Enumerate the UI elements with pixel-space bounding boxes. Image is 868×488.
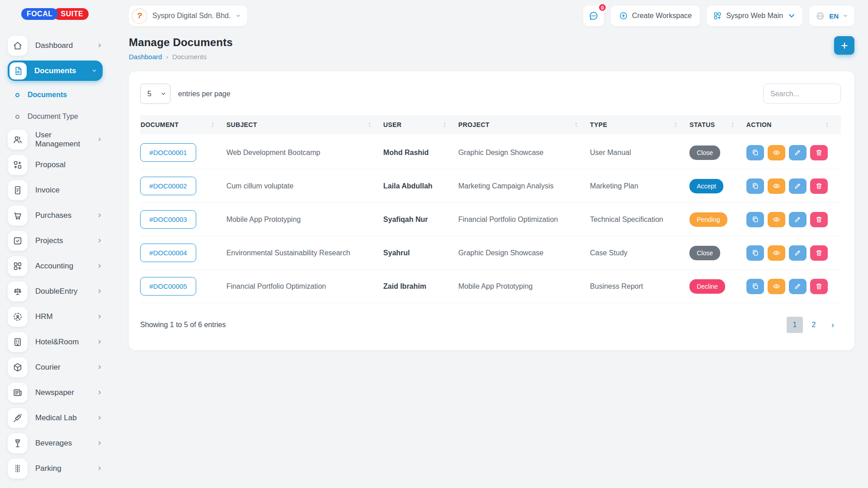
- sidebar-item-documents[interactable]: Documents: [8, 61, 103, 81]
- sidebar-item-parking[interactable]: Parking: [8, 458, 103, 479]
- document-id-badge[interactable]: #DOC00005: [140, 277, 196, 296]
- delete-button[interactable]: [810, 279, 828, 294]
- delete-button[interactable]: [810, 245, 828, 261]
- sidebar-item-hrm[interactable]: HRM: [8, 306, 103, 327]
- sidebar-item-label: Courier: [35, 363, 61, 372]
- sidebar-item-label: DoubleEntry: [35, 287, 78, 296]
- column-header-user[interactable]: USER: [383, 121, 448, 128]
- view-button[interactable]: [768, 212, 785, 227]
- eye-icon: [773, 149, 780, 156]
- pencil-icon: [794, 282, 802, 290]
- view-button[interactable]: [768, 145, 785, 160]
- language-selector[interactable]: EN: [809, 5, 854, 26]
- proposal-icon: [8, 155, 28, 175]
- pagination-page-1[interactable]: 1: [787, 317, 803, 333]
- sidebar-item-medical-lab[interactable]: Medical Lab: [8, 408, 103, 428]
- sort-icon[interactable]: [210, 121, 216, 128]
- search-input[interactable]: [763, 84, 841, 104]
- sort-icon[interactable]: [442, 121, 448, 128]
- sidebar-item-proposal[interactable]: Proposal: [8, 155, 103, 175]
- table-row: #DOC00004 Environmental Sustainability R…: [140, 236, 841, 270]
- column-header-type[interactable]: TYPE: [590, 121, 679, 128]
- edit-button[interactable]: [789, 279, 807, 294]
- sidebar-item-hotel-room[interactable]: Hotel&Room: [8, 332, 103, 352]
- sidebar-item-doubleentry[interactable]: DoubleEntry: [8, 281, 103, 301]
- delete-button[interactable]: [810, 212, 828, 227]
- copy-button[interactable]: [746, 178, 764, 194]
- copy-button[interactable]: [746, 279, 764, 294]
- sidebar-item-purchases[interactable]: Purchases: [8, 205, 103, 225]
- sidebar-item-dashboard[interactable]: Dashboard: [8, 35, 103, 56]
- circle-icon: [15, 115, 19, 119]
- sort-icon[interactable]: [673, 121, 679, 128]
- document-id-badge[interactable]: #DOC00001: [140, 143, 196, 162]
- sidebar-item-courier[interactable]: Courier: [8, 357, 103, 377]
- sidebar-item-user-management[interactable]: User Management: [8, 129, 103, 150]
- sort-icon[interactable]: [367, 121, 373, 128]
- home-icon: [8, 36, 28, 56]
- view-button[interactable]: [768, 279, 785, 294]
- cell-type: Business Report: [590, 270, 689, 303]
- column-header-action[interactable]: ACTION: [746, 121, 830, 128]
- pagination-page-2[interactable]: 2: [806, 317, 822, 333]
- pagination: 1 2 ›: [787, 317, 841, 333]
- company-selector[interactable]: Syspro Digital Sdn. Bhd.: [129, 5, 247, 26]
- delete-button[interactable]: [810, 145, 828, 160]
- view-button[interactable]: [768, 178, 785, 194]
- status-badge: Pending: [689, 212, 727, 227]
- chevron-down-icon: [787, 11, 796, 20]
- chevron-right-icon: [97, 238, 103, 244]
- sidebar-item-label: Projects: [35, 236, 63, 245]
- chevron-right-icon: [97, 339, 103, 345]
- sidebar-item-newspaper[interactable]: Newspaper: [8, 382, 103, 403]
- sidebar-item-invoice[interactable]: Invoice: [8, 180, 103, 200]
- pagination-next[interactable]: ›: [825, 317, 841, 333]
- package-icon: [8, 357, 28, 377]
- copy-button[interactable]: [746, 212, 764, 227]
- sidebar-subitem-documents[interactable]: Documents: [0, 86, 103, 104]
- scales-icon: [8, 282, 28, 301]
- breadcrumb: Dashboard › Documents: [129, 53, 233, 61]
- page-content: Manage Documents Dashboard › Documents 5: [110, 26, 868, 350]
- create-workspace-button[interactable]: Create Workspace: [611, 5, 700, 26]
- documents-card: 5 entries per page DOCUMENT: [129, 71, 854, 350]
- breadcrumb-dashboard-link[interactable]: Dashboard: [129, 53, 162, 61]
- column-header-project[interactable]: PROJECT: [458, 121, 579, 128]
- sidebar-item-accounting[interactable]: Accounting: [8, 256, 103, 276]
- trash-icon: [815, 216, 823, 223]
- sidebar-item-projects[interactable]: Projects: [8, 230, 103, 251]
- delete-button[interactable]: [810, 178, 828, 194]
- column-header-subject[interactable]: SUBJECT: [226, 121, 373, 128]
- sort-icon[interactable]: [824, 121, 830, 128]
- page-title: Manage Documents: [129, 36, 233, 49]
- chat-icon: [588, 11, 599, 21]
- column-header-document[interactable]: DOCUMENT: [140, 121, 216, 128]
- cell-project: Graphic Design Showcase: [458, 236, 590, 270]
- copy-button[interactable]: [746, 145, 764, 160]
- cell-type: Case Study: [590, 236, 689, 270]
- edit-button[interactable]: [789, 245, 807, 261]
- add-document-button[interactable]: [834, 36, 854, 55]
- messages-button[interactable]: 0: [583, 5, 604, 26]
- document-id-badge[interactable]: #DOC00003: [140, 210, 196, 229]
- entries-select-wrap: 5: [140, 84, 170, 104]
- document-id-badge[interactable]: #DOC00004: [140, 244, 196, 262]
- view-button[interactable]: [768, 245, 785, 261]
- workspace-selector[interactable]: Syspro Web Main: [707, 5, 802, 26]
- column-header-status[interactable]: STATUS: [689, 121, 736, 128]
- trash-icon: [815, 149, 823, 156]
- edit-button[interactable]: [789, 212, 807, 227]
- copy-button[interactable]: [746, 245, 764, 261]
- workspace-grid-icon: [713, 11, 722, 20]
- edit-button[interactable]: [789, 178, 807, 194]
- logo-suite: SUITE: [53, 8, 89, 20]
- edit-button[interactable]: [789, 145, 807, 160]
- document-id-badge[interactable]: #DOC00002: [140, 177, 196, 195]
- sort-icon[interactable]: [730, 121, 736, 128]
- sidebar-item-beverages[interactable]: Beverages: [8, 433, 103, 453]
- entries-per-page-select[interactable]: 5: [140, 84, 170, 104]
- sidebar-item-label: Accounting: [35, 262, 73, 271]
- sidebar-subitem-document-type[interactable]: Document Type: [0, 108, 103, 126]
- sidebar-item-label: Documents: [34, 66, 76, 75]
- sort-icon[interactable]: [573, 121, 579, 128]
